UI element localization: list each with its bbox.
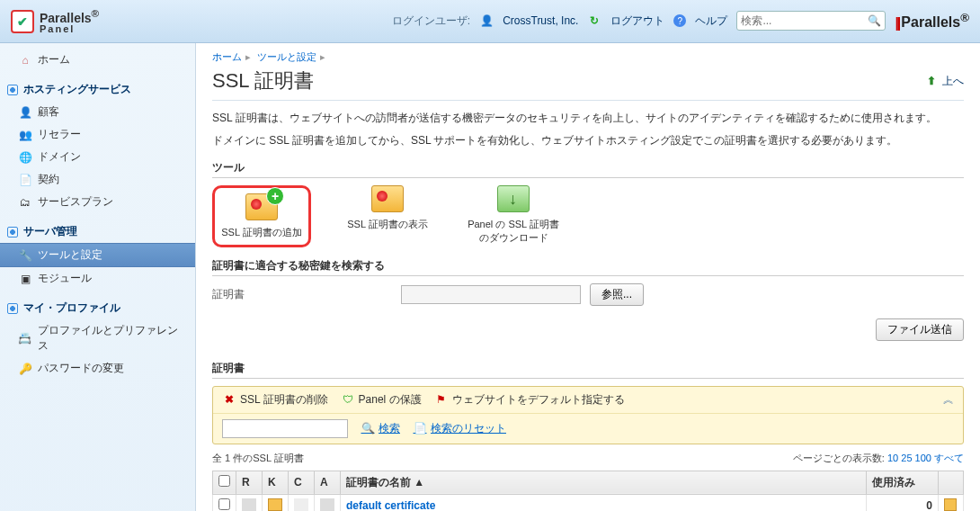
sidebar-group-hosting[interactable]: ホスティングサービス — [0, 78, 195, 101]
contracts-icon: 📄 — [18, 173, 32, 187]
perpage-all[interactable]: すべて — [934, 453, 964, 463]
domains-icon: 🌐 — [18, 150, 32, 165]
r-icon — [242, 498, 256, 511]
delete-ssl-button[interactable]: ✖SSL 証明書の削除 — [222, 392, 328, 408]
user-icon: 👤 — [479, 13, 494, 28]
save-icon[interactable] — [944, 498, 957, 511]
resellers-icon: 👥 — [18, 128, 32, 142]
sidebar-group-profile[interactable]: マイ・プロファイル — [0, 297, 195, 319]
file-send-button[interactable]: ファイル送信 — [876, 318, 964, 341]
help-icon: ? — [673, 14, 686, 27]
view-ssl-icon — [371, 185, 404, 212]
plans-icon: 🗂 — [18, 195, 32, 210]
global-search[interactable]: 🔍 — [736, 11, 886, 31]
col-k[interactable]: K — [263, 471, 289, 494]
profile-icon: 📇 — [18, 331, 32, 345]
select-all-checkbox[interactable] — [218, 475, 230, 487]
up-link[interactable]: ⬆上へ — [924, 74, 964, 89]
c-icon — [294, 498, 308, 511]
list-heading: 証明書 — [212, 361, 964, 379]
shield-icon: 🛡 — [341, 392, 355, 407]
sidebar-item-customers[interactable]: 👤顧客 — [0, 101, 195, 123]
cert-name-link[interactable]: default certificate — [346, 499, 435, 511]
page-title: SSL 証明書 — [212, 67, 314, 94]
cert-file-label: 証明書 — [212, 287, 392, 302]
sidebar-item-resellers[interactable]: 👥リセラー — [0, 123, 195, 146]
col-r[interactable]: R — [236, 471, 263, 494]
cert-file-input[interactable] — [401, 285, 581, 304]
brand-logo: ✔ Parallels® Panel — [11, 8, 99, 34]
sidebar-item-profile[interactable]: 📇プロファイルとプリファレンス — [0, 319, 195, 357]
sidebar-item-contracts[interactable]: 📄契約 — [0, 168, 195, 191]
perpage-100[interactable]: 100 — [915, 453, 931, 463]
login-user-label: ログインユーザ: — [392, 13, 470, 29]
sidebar-item-modules[interactable]: ▣モジュール — [0, 267, 195, 290]
crumb-tools[interactable]: ツールと設定 — [257, 51, 316, 62]
find-heading: 証明書に適合する秘密鍵を検索する — [212, 258, 964, 276]
modules-icon: ▣ — [18, 272, 32, 286]
logout-link[interactable]: ログアウト — [610, 13, 664, 29]
delete-icon: ✖ — [222, 392, 236, 407]
perpage-10[interactable]: 10 — [887, 453, 898, 463]
perpage-25[interactable]: 25 — [901, 453, 912, 463]
list-toolbar: ✖SSL 証明書の削除 🛡Panel の保護 ⚑ウェブサイトをデフォルト指定する… — [212, 386, 964, 444]
page-desc-1: SSL 証明書は、ウェブサイトへの訪問者が送信する機密データのセキュリティを向上… — [212, 110, 964, 127]
password-icon: 🔑 — [18, 362, 32, 376]
panel-collapse[interactable]: ︽ — [943, 392, 954, 408]
sidebar-item-home[interactable]: ⌂ホーム — [0, 49, 195, 71]
breadcrumb: ホーム▸ ツールと設定▸ — [212, 50, 964, 64]
col-a[interactable]: A — [315, 471, 341, 494]
a-icon — [320, 498, 334, 511]
tool-add-ssl[interactable]: SSL 証明書の追加 — [212, 185, 311, 247]
up-icon: ⬆ — [924, 74, 939, 88]
crumb-home[interactable]: ホーム — [212, 51, 242, 62]
home-icon: ⌂ — [18, 53, 32, 67]
sidebar-item-password[interactable]: 🔑パスワードの変更 — [0, 357, 195, 380]
list-reset-button[interactable]: 📄検索のリセット — [413, 421, 506, 436]
col-name[interactable]: 証明書の名前 ▲ — [341, 471, 867, 494]
logout-icon: ↻ — [587, 13, 601, 28]
col-used[interactable]: 使用済み — [867, 471, 939, 494]
parallels-logo: ||Parallels® — [895, 11, 969, 31]
k-icon — [268, 498, 282, 511]
tool-download-ssl[interactable]: Panel の SSL 証明書のダウンロード — [464, 185, 563, 244]
protect-panel-button[interactable]: 🛡Panel の保護 — [341, 392, 422, 408]
row-checkbox[interactable] — [218, 498, 230, 510]
reset-icon: 📄 — [413, 421, 427, 435]
tools-icon: 🔧 — [18, 248, 32, 263]
table-row: default certificate 0 — [213, 494, 964, 511]
add-ssl-icon — [245, 193, 278, 220]
search-icon-2: 🔍 — [361, 421, 375, 435]
sidebar: ⌂ホーム ホスティングサービス 👤顧客 👥リセラー 🌐ドメイン 📄契約 🗂サービ… — [0, 43, 196, 511]
cert-used: 0 — [867, 494, 939, 511]
browse-button[interactable]: 参照... — [590, 283, 644, 306]
tool-view-ssl[interactable]: SSL 証明書の表示 — [338, 185, 437, 230]
search-input[interactable] — [741, 14, 867, 27]
help-link[interactable]: ヘルプ — [695, 13, 727, 29]
list-search-input[interactable] — [222, 419, 348, 438]
company-link[interactable]: CrossTrust, Inc. — [503, 14, 578, 27]
sidebar-item-tools[interactable]: 🔧ツールと設定 — [0, 243, 195, 267]
cert-table: R K C A 証明書の名前 ▲ 使用済み default certificat… — [212, 471, 964, 511]
pager-top: ページごとの表示数: 10 25 100 すべて — [793, 452, 964, 465]
col-c[interactable]: C — [289, 471, 315, 494]
sidebar-item-domains[interactable]: 🌐ドメイン — [0, 146, 195, 168]
result-count-top: 全 1 件のSSL 証明書 — [212, 452, 304, 465]
brand-icon: ✔ — [11, 10, 34, 33]
customers-icon: 👤 — [18, 105, 32, 120]
download-ssl-icon — [497, 185, 530, 212]
flag-icon: ⚑ — [434, 392, 449, 407]
tools-heading: ツール — [212, 160, 964, 178]
sidebar-item-plans[interactable]: 🗂サービスプラン — [0, 191, 195, 213]
brand-line2: Panel — [40, 24, 99, 34]
page-desc-2: ドメインに SSL 証明書を追加してから、SSL サポートを有効化し、ウェブサイ… — [212, 132, 964, 149]
set-default-button[interactable]: ⚑ウェブサイトをデフォルト指定する — [434, 392, 625, 408]
sidebar-group-server[interactable]: サーバ管理 — [0, 220, 195, 243]
search-icon[interactable]: 🔍 — [867, 13, 881, 28]
list-search-button[interactable]: 🔍検索 — [361, 421, 400, 436]
